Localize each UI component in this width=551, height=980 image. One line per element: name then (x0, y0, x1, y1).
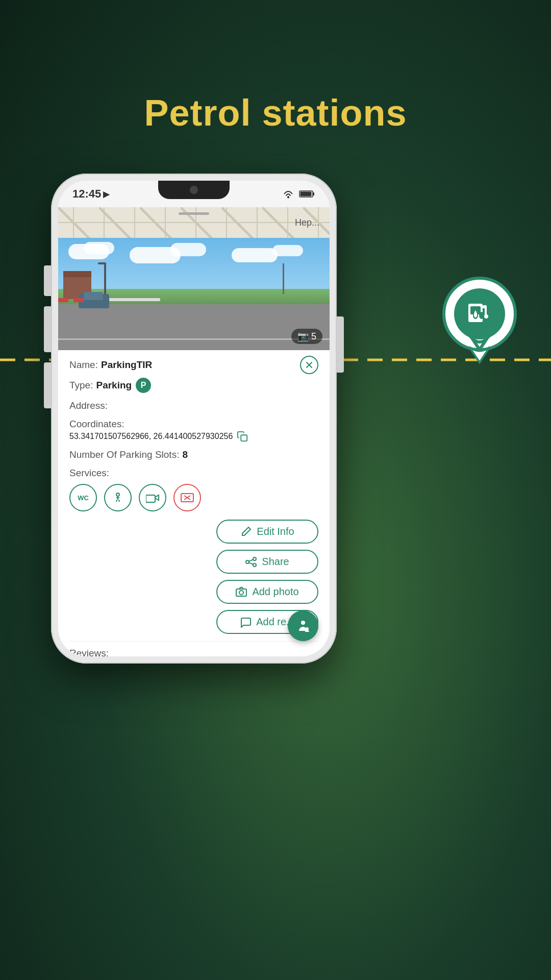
status-icons (282, 189, 315, 199)
svg-line-19 (119, 500, 119, 502)
status-time: 12:45 ▶ (72, 187, 109, 201)
battery-icon (299, 189, 315, 199)
share-button[interactable]: Share (216, 550, 318, 574)
map-background (58, 207, 330, 238)
svg-rect-12 (313, 192, 314, 195)
phone-mockup: 12:45 ▶ (51, 174, 337, 664)
svg-point-29 (239, 591, 243, 595)
service-shower (104, 484, 132, 511)
phone-screen: 12:45 ▶ (58, 181, 330, 656)
address-row: Address: (69, 400, 318, 411)
phone-volume-up (44, 265, 51, 296)
drag-indicator (179, 212, 209, 215)
svg-point-31 (301, 621, 305, 625)
map-strip: Нер... (58, 207, 330, 238)
copy-icon[interactable] (237, 431, 248, 442)
service-wc: WC (69, 484, 97, 511)
type-label: Type: (69, 380, 93, 391)
add-photo-label: Add photo (252, 586, 298, 598)
edit-info-label: Edit Info (257, 526, 294, 537)
slots-row: Number Of Parking Slots: 8 (69, 449, 318, 460)
svg-point-9 (479, 312, 484, 319)
reviews-label: Reviews: (69, 648, 318, 656)
services-label: Services: (69, 468, 318, 479)
action-buttons: Edit Info Share (69, 520, 318, 634)
place-photo[interactable]: 📷 5 (58, 238, 330, 350)
svg-rect-13 (300, 192, 312, 197)
svg-line-18 (116, 500, 117, 502)
service-camera (139, 484, 166, 511)
type-row: Type: Parking P (69, 378, 318, 393)
close-button[interactable] (300, 356, 318, 374)
svg-point-15 (116, 493, 119, 496)
status-bar: 12:45 ▶ (58, 181, 330, 207)
parking-badge: P (136, 378, 151, 393)
service-restricted (173, 484, 201, 511)
type-value: Parking (96, 380, 132, 391)
svg-rect-6 (485, 306, 487, 315)
edit-icon (240, 526, 252, 537)
coordinates-row: Coordinates: 53.341701507562966, 26.4414… (69, 419, 318, 442)
address-label: Address: (69, 400, 108, 411)
slots-label: Number Of Parking Slots: (69, 449, 179, 460)
phone-volume-down2 (44, 362, 51, 408)
coordinates-value: 53.341701507562966, 26.441400527930256 (69, 431, 318, 442)
front-camera (190, 186, 198, 194)
page-title: Petrol stations (0, 0, 551, 134)
fab-button[interactable] (288, 610, 318, 641)
services-section: Services: WC (69, 468, 318, 511)
svg-point-7 (484, 314, 488, 318)
wifi-icon (282, 189, 295, 199)
svg-point-23 (253, 557, 256, 560)
add-review-icon (240, 617, 251, 628)
phone-volume-down (44, 306, 51, 352)
share-icon (245, 556, 257, 568)
phone-notch (158, 181, 230, 199)
add-photo-button[interactable]: Add photo (216, 580, 318, 604)
place-details: Name: ParkingTIR Type: Parking P Address… (58, 350, 330, 656)
name-label: Name: (69, 359, 98, 371)
services-icons-container: WC (69, 484, 318, 511)
fab-icon (295, 618, 311, 634)
photo-counter: 📷 5 (291, 329, 322, 344)
edit-info-button[interactable]: Edit Info (216, 520, 318, 544)
svg-line-26 (249, 559, 253, 561)
map-label: Нер... (295, 217, 319, 228)
name-row: Name: ParkingTIR (69, 359, 318, 371)
reviews-section: Reviews: mikyl9 5 months ago (69, 641, 318, 656)
coordinates-label: Coordinates: (69, 419, 318, 430)
name-value: ParkingTIR (101, 359, 152, 371)
slots-value: 8 (182, 449, 188, 460)
map-pin-decoration (439, 276, 520, 368)
svg-point-24 (246, 560, 249, 564)
svg-rect-14 (241, 435, 247, 441)
svg-line-27 (249, 562, 253, 564)
add-photo-icon (236, 586, 247, 598)
share-label: Share (262, 556, 289, 568)
phone-power-button (337, 316, 344, 373)
svg-point-25 (253, 564, 256, 567)
svg-point-10 (287, 197, 289, 199)
camera-icon: 📷 (297, 331, 309, 342)
